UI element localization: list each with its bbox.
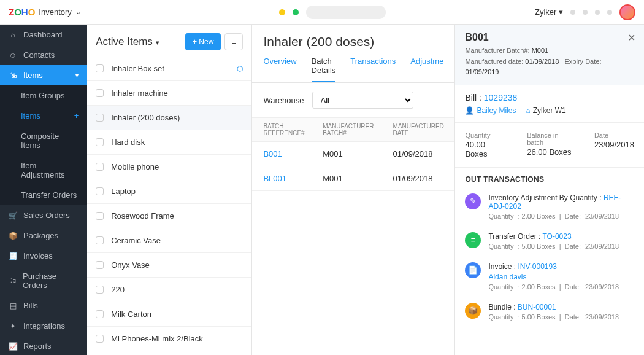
tx-type-icon: ≡ <box>465 232 481 248</box>
checkbox[interactable] <box>96 236 104 244</box>
brand[interactable]: ZOHO Inventory ⌄ <box>9 7 81 17</box>
tab-batch[interactable]: Batch Details <box>312 57 336 82</box>
item-name: Inhaler machine <box>111 88 168 98</box>
table-row[interactable]: BL001M00101/09/2018 <box>252 166 454 191</box>
nav-integrations[interactable]: ✦Integrations <box>0 316 87 336</box>
checkbox[interactable] <box>96 335 104 343</box>
checkbox[interactable] <box>96 89 104 97</box>
header-dot[interactable] <box>583 10 588 15</box>
tab-transactions[interactable]: Transactions <box>350 57 396 82</box>
new-button[interactable]: + New <box>185 33 221 50</box>
integrations-icon: ✦ <box>9 322 17 330</box>
item-title: Inhaler (200 doses) <box>263 34 443 49</box>
item-name: Inhaler (200 doses) <box>111 113 180 122</box>
nav-items[interactable]: 🛍Items▾ <box>0 65 87 85</box>
item-name: Mobile phone <box>111 162 159 171</box>
nav-packages[interactable]: 📦Packages <box>0 225 87 246</box>
tx-ref-link[interactable]: TO-0023 <box>542 232 571 241</box>
item-name: Ceramic Vase <box>111 236 161 245</box>
tab-overview[interactable]: Overview <box>263 57 296 82</box>
plus-icon[interactable]: + <box>74 111 79 120</box>
item-row[interactable]: 220 <box>87 278 251 302</box>
po-icon: 🗂 <box>9 276 17 285</box>
stat: Balance in batch26.00 Boxes <box>527 131 576 158</box>
contact-link[interactable]: 👤Bailey Miles <box>465 106 516 115</box>
close-icon[interactable]: ✕ <box>627 32 635 44</box>
stat: Quantity40.00 Boxes <box>465 131 508 158</box>
nav-sales[interactable]: 🛒Sales Orders <box>0 205 87 225</box>
nav-reports[interactable]: 📈Reports <box>0 336 87 355</box>
item-row[interactable]: Milk Carton <box>87 302 251 327</box>
nav-dashboard[interactable]: ⌂Dashboard <box>0 25 87 45</box>
checkbox[interactable] <box>96 286 104 294</box>
tx-type-icon: 📦 <box>465 303 481 319</box>
header-dot[interactable] <box>595 10 600 15</box>
search-input[interactable] <box>306 6 386 19</box>
chevron-down-icon: ▾ <box>75 72 79 79</box>
item-row[interactable]: Ceramic Vase <box>87 228 251 253</box>
nav-bills[interactable]: ▤Bills <box>0 295 87 316</box>
item-row[interactable]: Inhaler (200 doses) <box>87 106 251 130</box>
table-row[interactable]: B001M00101/09/2018 <box>252 142 454 166</box>
item-name: Inhaler Box set <box>111 64 164 73</box>
tx-type-icon: 📄 <box>465 262 481 278</box>
checkbox[interactable] <box>96 187 104 195</box>
bill-icon: ▤ <box>9 302 17 310</box>
checkbox[interactable] <box>96 212 104 220</box>
transaction-row[interactable]: 📄Invoice : INV-000193Aidan davisQuantity… <box>455 257 644 298</box>
nav-invoices[interactable]: 🧾Invoices <box>0 246 87 266</box>
warehouse-chip: ⌂Zylker W1 <box>526 106 565 115</box>
tab-adjustments[interactable]: Adjustme <box>410 57 443 82</box>
item-row[interactable]: Mobile phone <box>87 155 251 179</box>
warehouse-label: Warehouse <box>263 96 304 105</box>
menu-button[interactable]: ≡ <box>224 33 243 50</box>
batch-table: BATCH REFERENCE# MANUFACTURER BATCH# MAN… <box>252 117 454 191</box>
nav-adjustments[interactable]: Item Adjustments <box>0 155 87 185</box>
checkbox[interactable] <box>96 310 104 318</box>
item-row[interactable]: Laptop <box>87 179 251 204</box>
nav-contacts[interactable]: ☺Contacts <box>0 45 87 65</box>
checkbox[interactable] <box>96 114 104 122</box>
col-mfg: MANUFACTURER BATCH# <box>316 118 386 142</box>
nav-items-sub[interactable]: Items+ <box>0 106 87 126</box>
nav-composite[interactable]: Composite Items <box>0 126 87 155</box>
item-row[interactable]: Inhaler Box set⬡ <box>87 57 251 81</box>
item-row[interactable]: Rosewood Frame <box>87 204 251 228</box>
tx-ref-link[interactable]: INV-000193 <box>518 262 556 271</box>
out-trans-label: OUT TRANSACTIONS <box>455 168 644 189</box>
transaction-row[interactable]: ✎Inventory Adjustment By Quantity : REF-… <box>455 189 644 227</box>
item-row[interactable]: Inhaler machine <box>87 81 251 106</box>
avatar[interactable] <box>619 4 635 20</box>
chevron-down-icon: ⌄ <box>75 8 81 16</box>
transaction-row[interactable]: ≡Transfer Order : TO-0023Quantity : 5.00… <box>455 227 644 257</box>
transaction-row[interactable]: 📦Bundle : BUN-00001Quantity : 5.00 Boxes… <box>455 298 644 328</box>
nav-item-groups[interactable]: Item Groups <box>0 85 87 106</box>
checkbox[interactable] <box>96 138 104 146</box>
nav-transfer[interactable]: Transfer Orders <box>0 185 87 205</box>
sidebar: ⌂Dashboard ☺Contacts 🛍Items▾ Item Groups… <box>0 25 87 355</box>
item-row[interactable]: Hard disk <box>87 130 251 155</box>
checkbox[interactable] <box>96 64 104 72</box>
zoho-logo: ZOHO <box>9 7 35 17</box>
tx-ref-link[interactable]: BUN-00001 <box>518 303 556 311</box>
item-row[interactable]: Mi Phones-Mi mix 2/Black <box>87 327 251 351</box>
header-dot[interactable] <box>607 10 612 15</box>
bill-link[interactable]: Bill : 1029238 <box>465 93 634 103</box>
org-switcher[interactable]: Zylker ▾ <box>535 7 563 17</box>
checkbox[interactable] <box>96 163 104 171</box>
detail-column: Inhaler (200 doses) Overview Batch Detai… <box>252 25 455 355</box>
nav-po[interactable]: 🗂Purchase Orders <box>0 266 87 295</box>
batch-panel: ✕ B001 Manufacturer Batch#: M001 Manufac… <box>455 25 644 355</box>
batch-ref-link[interactable]: BL001 <box>252 166 316 191</box>
batch-ref-link[interactable]: B001 <box>252 142 316 166</box>
checkbox[interactable] <box>96 261 104 269</box>
warehouse-select[interactable]: All <box>312 92 413 109</box>
cart-icon: 🛒 <box>9 211 17 220</box>
items-title[interactable]: Active Items ▾ <box>96 36 159 48</box>
item-name: Mi Phones-Mi mix 2/Black <box>111 334 203 343</box>
contacts-icon: ☺ <box>9 51 17 60</box>
tx-contact-link[interactable]: Aidan davis <box>488 273 634 281</box>
item-row[interactable]: Onyx Vase <box>87 253 251 278</box>
header-dot[interactable] <box>570 10 575 15</box>
items-icon: 🛍 <box>9 71 17 80</box>
